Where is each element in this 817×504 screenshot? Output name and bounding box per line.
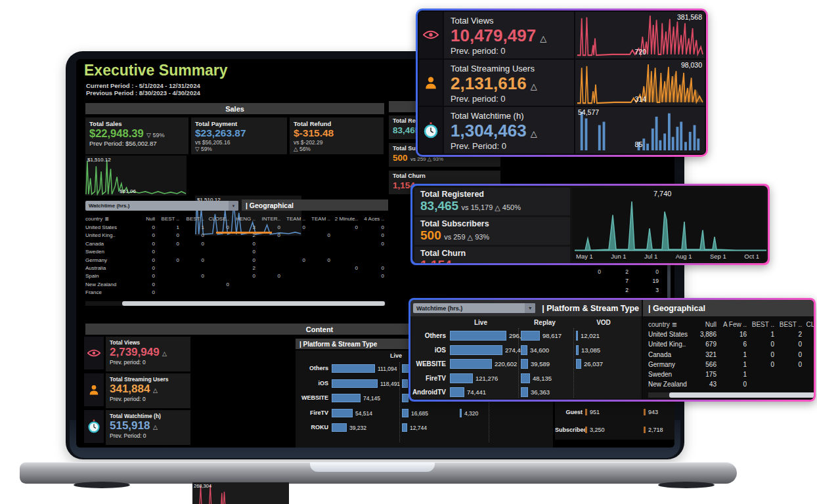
table-cell: 0 — [747, 341, 774, 348]
table-row[interactable]: New Zealand4300 — [648, 379, 814, 389]
geographical-table: country≣NullBEST ..BEST ..CLOSE..HENG ..… — [85, 215, 385, 300]
table-row[interactable]: Australia0200 — [85, 264, 385, 272]
kpi-vs: vs 259 △ 93% — [410, 156, 443, 162]
stopwatch-icon — [84, 410, 104, 443]
watchtime-dropdown[interactable]: Watchtime (hrs.) ▼ — [413, 303, 535, 313]
table-cell: 1 — [717, 351, 747, 358]
user-icon — [84, 373, 104, 406]
bar — [450, 373, 473, 383]
geographical-table: country≣NullA Few ..BEST ..BEST ..CLOSE.… — [648, 319, 814, 389]
bar-value: 16,685 — [411, 410, 428, 417]
kpi-label: Total Churn — [420, 249, 564, 258]
table-row[interactable]: Sweden00 — [85, 248, 385, 256]
table-cell: 0 — [155, 241, 179, 247]
laptop-base-notch — [310, 463, 435, 472]
table-cell: 7 — [601, 278, 629, 287]
bar-value: 48,135 — [533, 375, 552, 382]
table-cell: 0 — [229, 249, 255, 255]
sort-icon[interactable]: ≣ — [672, 321, 677, 328]
platform-section-header: | Platform & Stream Type — [296, 339, 412, 349]
row-label: Others — [296, 365, 328, 371]
kpi-card-total-churn: Total Churn 1,154 vs 100 △ 1054% — [414, 247, 570, 263]
table-row[interactable]: United States011030000 — [85, 223, 385, 231]
column-header-live: Live — [451, 319, 510, 326]
table-cell — [562, 287, 601, 296]
views-trend-chart: 268,304 720 — [192, 482, 289, 504]
table-row[interactable]: United King..6796000 — [648, 339, 814, 349]
column-header: 4 Ace — [384, 216, 385, 222]
table-cell: Australia — [85, 265, 135, 271]
kpi-row: Total Watchtime (h)1,304,463△Prev. Perio… — [419, 107, 705, 154]
table-cell: France — [85, 289, 135, 295]
table-row[interactable]: Canada00000 — [85, 240, 385, 247]
user-icon — [419, 60, 443, 106]
axis-tick-label: Jul 1 — [644, 253, 657, 260]
row-label: WEBSITE — [412, 360, 446, 368]
kpi-value-row: 2,131,616△ — [451, 74, 567, 94]
axis-tick-label: Oct 1 — [744, 253, 759, 260]
chart-peak-label: 381,568 — [677, 13, 702, 21]
kpi-value: $23,263.87 — [195, 127, 283, 139]
table-row[interactable]: Germany000000 — [85, 256, 385, 264]
h-scrollbar-thumb[interactable] — [669, 392, 814, 398]
column-header: BEST .. — [747, 321, 774, 328]
table-cell: 0 — [280, 224, 305, 230]
table-row[interactable]: United States3,88616121 — [648, 329, 814, 339]
table-cell: 0 — [774, 361, 802, 368]
table-cell: 2 — [229, 265, 255, 271]
chart-peak-label: 54,577 — [578, 108, 599, 116]
kpi-label: Total Registered — [420, 190, 564, 199]
table-cell: 0 — [155, 232, 179, 238]
table-row[interactable]: Sweden17510 — [648, 369, 814, 379]
column-header-vod: VOD — [577, 319, 630, 326]
table-cell: 0 — [135, 273, 155, 279]
kpi-label: Total Watchtime (h) — [110, 413, 187, 419]
column-header: Null — [692, 321, 717, 328]
chevron-down-icon[interactable]: ▼ — [525, 303, 535, 313]
table-cell: 0 — [802, 351, 814, 358]
platform-overlay-card: Watchtime (hrs.) ▼ | Platform & Stream T… — [408, 298, 816, 402]
table-cell: 0 — [135, 257, 155, 263]
kpi-delta: △ — [153, 424, 158, 430]
kpi-prev: Prev. period: 0 — [451, 94, 567, 104]
chevron-down-icon[interactable]: ▼ — [229, 201, 238, 211]
table-cell: Sweden — [648, 371, 692, 378]
table-row[interactable]: Germany5661000 — [648, 360, 814, 369]
kpi-row: Total Views10,479,497△Prev. period: 0381… — [419, 12, 705, 58]
bar — [332, 394, 361, 402]
kpi-delta: ▽ 59% — [146, 132, 164, 138]
table-cell: 679 — [692, 341, 717, 348]
kpi-vs: vs 15,179 △ 450% — [462, 203, 521, 211]
table-row[interactable]: Spain00000 — [85, 272, 385, 280]
row-label: FireTV — [296, 410, 328, 416]
kpi-value: 500 — [393, 153, 408, 163]
bar-value: 39,232 — [349, 425, 366, 431]
chart-mid-label: 720 — [635, 48, 647, 56]
table-cell: 0 — [255, 273, 280, 279]
table-cell: United King.. — [648, 341, 692, 348]
bar — [402, 379, 408, 388]
table-cell: 2 — [601, 268, 629, 278]
table-cell: 0 — [229, 273, 255, 279]
table-row[interactable]: New Zealand00 — [85, 280, 385, 288]
table-row[interactable]: France0 — [85, 289, 385, 297]
page-title: Executive Summary — [84, 62, 228, 79]
table-cell: 0 — [135, 289, 155, 295]
table-cell: 0 — [155, 257, 179, 263]
kpi-card-total-subscribers: Total Subscribers 500 vs 259 △ 93% — [414, 217, 570, 245]
kpi-delta: △ — [153, 387, 158, 394]
table-cell: New Zealand — [648, 381, 692, 388]
kpi-delta: △ — [531, 129, 537, 138]
watchtime-dropdown[interactable]: Watchtime (hrs.) ▼ — [85, 201, 238, 211]
table-row[interactable]: United King..0002000 — [85, 232, 385, 240]
v-scrollbar-thumb[interactable] — [667, 264, 671, 299]
kpi-delta: △ — [531, 81, 537, 91]
h-scrollbar-thumb[interactable] — [122, 301, 385, 306]
kpi-delta: △ 56% — [294, 146, 380, 152]
kpi-trend-chart: 54,57785 — [575, 107, 705, 154]
sort-icon[interactable]: ≣ — [104, 216, 109, 222]
registration-overlay-card: Total Registered 83,465 vs 15,179 △ 450%… — [410, 184, 770, 265]
table-cell: 3 — [229, 224, 255, 230]
column-header: INTER.. — [255, 216, 280, 222]
table-row[interactable]: Canada3211000 — [648, 350, 814, 360]
